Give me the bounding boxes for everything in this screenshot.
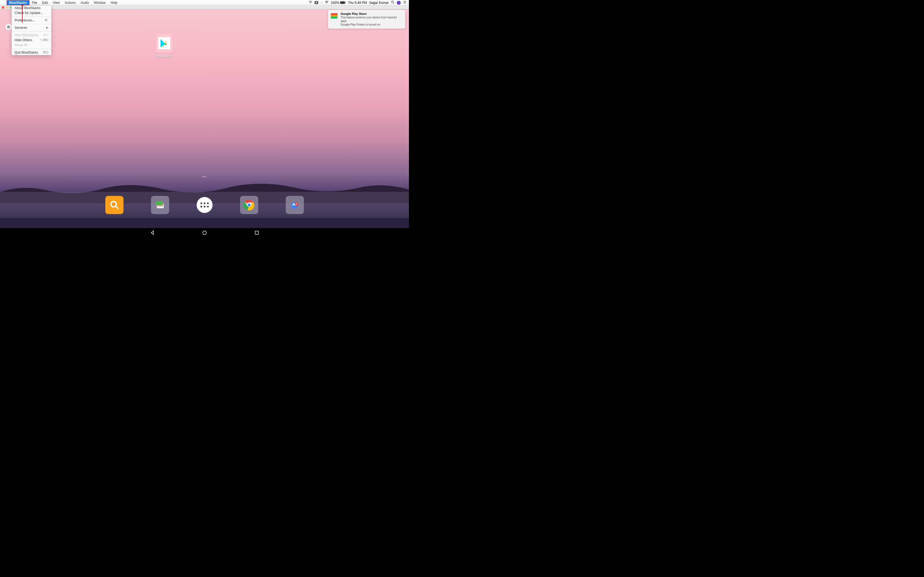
svg-point-5	[391, 1, 393, 3]
nav-back-icon[interactable]	[150, 230, 155, 237]
menubar-user[interactable]: Sagar Kumar	[369, 1, 389, 5]
svg-point-22	[203, 231, 206, 234]
menu-view[interactable]: View	[50, 0, 62, 5]
bluestacks-side-icon[interactable]	[5, 24, 11, 30]
menu-help[interactable]: Help	[108, 0, 120, 5]
menu-file[interactable]: File	[29, 0, 40, 5]
menu-window[interactable]: Window	[92, 0, 108, 5]
wifi-secondary-icon[interactable]	[309, 0, 312, 5]
notification-line: Google Play Protect is turned on	[341, 23, 402, 26]
traffic-light-close[interactable]	[2, 6, 5, 9]
svg-rect-15	[156, 201, 163, 205]
menu-separator	[12, 48, 51, 49]
menu-separator	[12, 31, 51, 32]
svg-rect-4	[345, 2, 346, 3]
svg-point-10	[8, 26, 9, 27]
menu-hide-bluestacks: Hide BlueStacks⌘H	[12, 33, 51, 38]
input-source-icon[interactable]: A	[315, 1, 318, 4]
macos-menubar: BlueStacks File Edit View Actions Audio …	[0, 0, 409, 5]
menu-hide-others[interactable]: Hide Others⌥⌘H	[12, 38, 51, 43]
menu-separator	[12, 16, 51, 17]
nav-recents-icon[interactable]	[254, 230, 260, 237]
menu-services[interactable]: Services▶	[12, 25, 51, 30]
svg-point-11	[111, 201, 116, 207]
dock-app-drawer[interactable]	[197, 197, 213, 213]
menu-bluestacks[interactable]: BlueStacks	[6, 0, 29, 5]
annotation-arrow	[22, 5, 23, 23]
svg-line-6	[393, 3, 394, 3]
svg-rect-23	[255, 231, 258, 234]
notification-play-protect[interactable]: Google Play Store This feature protects …	[328, 10, 405, 29]
menu-show-all: Show All	[12, 43, 51, 48]
menu-preferences[interactable]: Preferences...⌘,	[12, 18, 51, 23]
notification-title: Google Play Store	[341, 12, 402, 15]
android-drawer-caret-icon[interactable]: ︿	[202, 172, 207, 179]
android-dock	[0, 192, 409, 218]
bluestacks-menu-dropdown: About BlueStacks Check for Update... Pre…	[11, 5, 52, 55]
play-store-icon	[331, 12, 339, 20]
svg-point-0	[310, 3, 310, 3]
menu-audio[interactable]: Audio	[78, 0, 92, 5]
menu-actions[interactable]: Actions	[62, 0, 78, 5]
traffic-light-minimize[interactable]	[5, 6, 8, 9]
home-app-label: Play Store	[156, 54, 173, 58]
svg-point-1	[326, 3, 327, 3]
wifi-icon[interactable]	[325, 0, 329, 5]
svg-rect-3	[340, 2, 344, 4]
notification-line: This feature protects your device from h…	[341, 16, 402, 23]
dock-chrome[interactable]	[240, 196, 258, 214]
menu-quit-bluestacks[interactable]: Quit BlueStacks⌘Q	[12, 50, 51, 55]
svg-point-21	[296, 203, 297, 204]
dock-wallet[interactable]	[151, 196, 169, 214]
home-app-play-store[interactable]: Play Store	[156, 34, 173, 58]
bluetooth-icon[interactable]: ⎋	[320, 0, 323, 5]
menu-about-bluestacks[interactable]: About BlueStacks	[12, 5, 51, 10]
dock-maps[interactable]	[286, 196, 304, 214]
svg-line-12	[116, 206, 118, 209]
window-titlebar	[0, 5, 409, 9]
menu-check-update[interactable]: Check for Update...	[12, 10, 51, 15]
nav-home-icon[interactable]	[202, 230, 207, 237]
menubar-datetime[interactable]: Thu 5:49 PM	[348, 1, 367, 5]
battery-status[interactable]: 100%	[331, 1, 346, 5]
android-nav-bar	[0, 228, 409, 238]
dock-search[interactable]	[105, 196, 123, 214]
android-home-screen[interactable]: Play Store ︿	[0, 9, 409, 228]
notification-center-icon[interactable]	[403, 0, 407, 5]
menu-edit[interactable]: Edit	[40, 0, 50, 5]
spotlight-icon[interactable]	[391, 0, 395, 5]
siri-icon[interactable]	[397, 1, 401, 5]
